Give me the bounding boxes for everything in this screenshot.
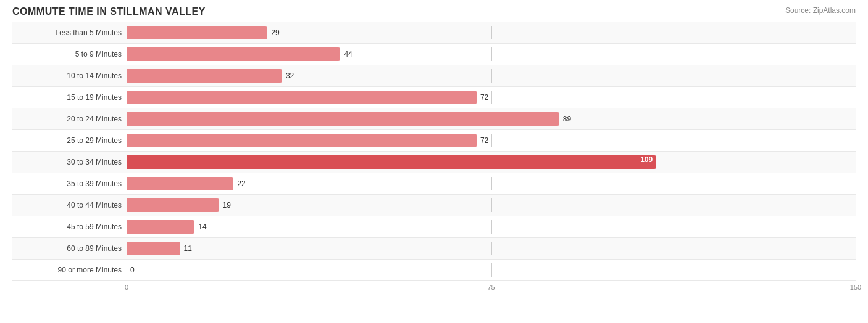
bar-track: 19: [127, 198, 856, 212]
bar-track: 29: [127, 26, 856, 39]
axis-row: 075150: [12, 284, 856, 296]
bar-fill: [127, 47, 340, 61]
grid-line: [856, 26, 856, 39]
grid-line: [127, 263, 127, 277]
bar-label: 40 to 44 Minutes: [12, 201, 127, 210]
bar-value: 19: [223, 201, 231, 210]
bar-value: 14: [198, 223, 206, 231]
bar-value: 72: [480, 136, 488, 145]
grid-line: [856, 69, 856, 83]
chart-title: COMMUTE TIME IN STILLMAN VALLEY: [12, 6, 206, 17]
grid-line: [856, 198, 856, 212]
bar-track: 72: [127, 134, 856, 147]
bar-row: 15 to 19 Minutes72: [12, 87, 856, 108]
axis-label: 0: [125, 284, 128, 291]
grid-line: [856, 155, 856, 169]
bar-row: 20 to 24 Minutes89: [12, 108, 856, 130]
bar-value: 11: [184, 244, 192, 253]
bar-value: 44: [344, 50, 352, 59]
bar-label: 10 to 14 Minutes: [12, 72, 127, 80]
bar-fill: [127, 242, 180, 255]
chart-source: Source: ZipAtlas.com: [785, 6, 856, 15]
bar-value: 29: [271, 28, 279, 37]
bar-row: 5 to 9 Minutes44: [12, 44, 856, 65]
grid-line: [491, 177, 492, 190]
bar-row: 30 to 34 Minutes109: [12, 152, 856, 173]
grid-line: [856, 134, 856, 147]
grid-line: [856, 112, 856, 126]
chart-header: COMMUTE TIME IN STILLMAN VALLEY Source: …: [12, 6, 856, 17]
bar-row: 45 to 59 Minutes14: [12, 216, 856, 238]
bar-track: 11: [127, 242, 856, 255]
bar-fill: [127, 112, 559, 126]
bar-label: 35 to 39 Minutes: [12, 179, 127, 188]
grid-line: [491, 26, 492, 39]
grid-line: [491, 69, 492, 83]
bar-track: 89: [127, 112, 856, 126]
bar-fill: [127, 134, 477, 147]
bar-label: 20 to 24 Minutes: [12, 115, 127, 123]
bar-fill: [127, 69, 282, 83]
bar-value: 22: [237, 179, 245, 188]
bar-track: 22: [127, 177, 856, 190]
bar-fill: [127, 91, 477, 104]
grid-line: [491, 220, 492, 234]
grid-line: [491, 198, 492, 212]
chart-container: COMMUTE TIME IN STILLMAN VALLEY Source: …: [12, 6, 856, 296]
grid-line: [491, 47, 492, 61]
bar-fill: [127, 177, 233, 190]
grid-line: [856, 263, 856, 277]
axis-label: 75: [487, 284, 495, 291]
bar-fill: [127, 220, 194, 234]
bar-row: 10 to 14 Minutes32: [12, 65, 856, 87]
chart-area: Less than 5 Minutes295 to 9 Minutes4410 …: [12, 22, 856, 281]
bar-value: 109: [640, 155, 653, 164]
bar-label: 25 to 29 Minutes: [12, 136, 127, 145]
bar-row: 25 to 29 Minutes72: [12, 130, 856, 152]
grid-line: [856, 220, 856, 234]
grid-line: [491, 263, 492, 277]
grid-line: [491, 134, 492, 147]
bar-row: Less than 5 Minutes29: [12, 22, 856, 44]
bar-row: 40 to 44 Minutes19: [12, 195, 856, 216]
grid-line: [856, 91, 856, 104]
bar-label: 90 or more Minutes: [12, 266, 127, 274]
bar-label: 60 to 89 Minutes: [12, 244, 127, 253]
bar-track: 14: [127, 220, 856, 234]
bar-label: 45 to 59 Minutes: [12, 223, 127, 231]
bar-fill: [127, 198, 219, 212]
grid-line: [491, 91, 492, 104]
bar-fill: 109: [127, 155, 656, 169]
bar-label: 5 to 9 Minutes: [12, 50, 127, 59]
bar-value: 89: [563, 115, 571, 123]
bar-row: 35 to 39 Minutes22: [12, 173, 856, 195]
bar-track: 44: [127, 47, 856, 61]
bar-label: Less than 5 Minutes: [12, 28, 127, 37]
grid-line: [491, 242, 492, 255]
bar-row: 60 to 89 Minutes11: [12, 238, 856, 260]
bar-value: 0: [130, 266, 135, 274]
bar-track: 32: [127, 69, 856, 83]
axis-labels: 075150: [127, 284, 856, 296]
grid-line: [856, 242, 856, 255]
bar-value: 72: [480, 93, 488, 102]
grid-line: [856, 47, 856, 61]
bar-fill: [127, 26, 267, 39]
bar-row: 90 or more Minutes0: [12, 260, 856, 281]
bar-label: 30 to 34 Minutes: [12, 158, 127, 166]
axis-label: 150: [850, 284, 861, 291]
bar-label: 15 to 19 Minutes: [12, 93, 127, 102]
bar-value: 32: [286, 72, 294, 80]
bar-track: 72: [127, 91, 856, 104]
bar-track: 109: [127, 155, 856, 169]
grid-line: [856, 177, 856, 190]
bar-track: 0: [127, 263, 856, 277]
